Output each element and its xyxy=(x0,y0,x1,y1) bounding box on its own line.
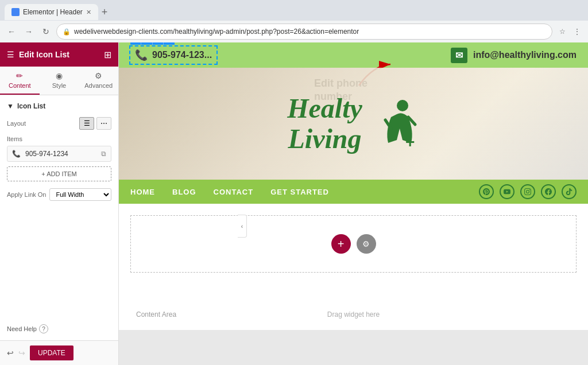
content-tab-icon: ✏ xyxy=(16,71,23,80)
tab-favicon xyxy=(11,8,20,16)
brand-text: Healty Living xyxy=(287,94,362,154)
email-address: info@healthyliving.com xyxy=(473,50,577,60)
tab-advanced[interactable]: ⚙ Advanced xyxy=(79,67,118,95)
apply-link-label: Apply Link On xyxy=(7,191,46,198)
facebook-icon[interactable] xyxy=(541,184,556,199)
phone-item-icon: 📞 xyxy=(12,150,21,158)
content-tab-label: Content xyxy=(9,82,31,89)
nav-get-started[interactable]: GET STARTED xyxy=(270,188,329,196)
need-help-text: Need Help xyxy=(7,325,37,332)
canvas-area: ⠿ ✏ ⧉ ✕ 📞 905-974-123... Edit phone numb… xyxy=(119,42,588,365)
nav-home[interactable]: HOME xyxy=(130,188,155,196)
youtube-icon[interactable] xyxy=(500,184,514,199)
layout-label: Layout xyxy=(7,120,47,127)
add-item-label: + ADD ITEM xyxy=(41,170,76,177)
tab-bar: Elementor | Header ✕ + xyxy=(0,0,588,21)
sidebar: ☰ Edit Icon List ⊞ ✏ Content ◉ Style ⚙ A… xyxy=(0,42,119,365)
site-preview: ⠿ ✏ ⧉ ✕ 📞 905-974-123... Edit phone numb… xyxy=(119,42,588,330)
need-help-section: Need Help ? xyxy=(0,317,118,340)
extensions-button[interactable]: ⋮ xyxy=(571,25,583,38)
content-area-label: Content Area xyxy=(136,310,176,319)
nav-contact[interactable]: CONTACT xyxy=(214,188,254,196)
icon-list-section: ▼ Icon List xyxy=(7,102,111,110)
section-collapse-arrow[interactable]: ▼ xyxy=(7,102,14,110)
phone-item-row[interactable]: 📞 905-974-1234 ⧉ xyxy=(7,146,111,162)
style-tab-label: Style xyxy=(52,82,66,89)
hero-content: Healty Living + xyxy=(287,94,420,154)
email-icon-box: ✉ xyxy=(451,48,467,63)
phone-widget-icon: 📞 xyxy=(135,49,148,61)
sidebar-bottom: ↩ ↪ UPDATE xyxy=(0,340,118,365)
address-bar-row: ← → ↻ 🔒 wedeliverwebdesign-clients.com/h… xyxy=(0,21,588,42)
back-button[interactable]: ← xyxy=(5,25,18,38)
forward-button[interactable]: → xyxy=(22,25,36,38)
grid-icon[interactable]: ⊞ xyxy=(104,49,111,60)
instagram-icon[interactable] xyxy=(520,184,535,199)
tiktok-icon[interactable] xyxy=(562,184,577,199)
content-area: + ⚙ Drag widget here Content Area xyxy=(119,215,588,330)
drop-zone: + ⚙ Drag widget here xyxy=(130,215,577,273)
brand-line1: Healty xyxy=(287,93,362,123)
nav-social-icons xyxy=(479,184,577,199)
sidebar-content: ▼ Icon List Layout ☰ ⋯ Items 📞 905-974-1… xyxy=(0,95,118,317)
widget-edit-button[interactable]: ✏ xyxy=(141,42,153,45)
brand-logo: Healty Living xyxy=(287,94,362,154)
copy-item-button[interactable]: ⧉ xyxy=(101,150,106,158)
add-item-button[interactable]: + ADD ITEM xyxy=(7,166,111,181)
sidebar-header: ☰ Edit Icon List ⊞ xyxy=(0,42,118,67)
help-icon[interactable]: ? xyxy=(39,324,48,333)
browser-actions: ☆ ⋮ xyxy=(556,25,583,38)
apply-link-select[interactable]: Full Width xyxy=(49,188,111,201)
sidebar-collapse-toggle[interactable]: ‹ xyxy=(238,215,247,238)
layout-buttons: ☰ ⋯ xyxy=(79,117,111,130)
url-text: wedeliverwebdesign-clients.com/healthyli… xyxy=(74,28,546,36)
tab-close-button[interactable]: ✕ xyxy=(86,9,91,16)
browser-tab[interactable]: Elementor | Header ✕ xyxy=(5,4,98,20)
phone-item-text: 905-974-1234 xyxy=(25,150,96,158)
email-section: ✉ info@healthyliving.com xyxy=(451,48,577,63)
email-icon: ✉ xyxy=(455,51,463,60)
drop-settings-button[interactable]: ⚙ xyxy=(357,234,376,254)
advanced-tab-label: Advanced xyxy=(84,82,113,89)
tab-content[interactable]: ✏ Content xyxy=(0,67,40,95)
brand-icon-container: + xyxy=(374,97,420,151)
history-forward-icon[interactable]: ↪ xyxy=(18,348,25,358)
browser-chrome: Elementor | Header ✕ + ← → ↻ 🔒 wedeliver… xyxy=(0,0,588,42)
layout-list-button[interactable]: ☰ xyxy=(79,117,94,130)
brand-figure-icon: + xyxy=(374,97,420,149)
svg-point-1 xyxy=(397,100,408,111)
phone-widget[interactable]: 📞 905-974-123... xyxy=(130,46,216,64)
hamburger-icon: ☰ xyxy=(7,50,14,59)
pinterest-icon[interactable] xyxy=(479,184,494,199)
phone-widget-wrapper[interactable]: ⠿ ✏ ⧉ ✕ 📞 905-974-123... xyxy=(130,46,216,64)
tab-style[interactable]: ◉ Style xyxy=(40,67,79,95)
items-label: Items xyxy=(7,135,111,142)
widget-duplicate-button[interactable]: ⧉ xyxy=(153,42,164,45)
new-tab-button[interactable]: + xyxy=(102,7,108,17)
phone-widget-number: 905-974-123... xyxy=(152,50,212,60)
site-nav: HOME BLOG CONTACT GET STARTED xyxy=(119,180,588,204)
nav-blog[interactable]: BLOG xyxy=(172,188,196,196)
brand-line2: Living xyxy=(288,123,362,154)
address-bar[interactable]: 🔒 wedeliverwebdesign-clients.com/healthy… xyxy=(56,24,552,40)
tab-title: Elementor | Header xyxy=(23,8,83,16)
lock-icon: 🔒 xyxy=(63,28,71,36)
site-header-top: ⠿ ✏ ⧉ ✕ 📞 905-974-123... Edit phone numb… xyxy=(119,42,588,68)
update-button[interactable]: UPDATE xyxy=(30,345,74,360)
widget-move-handle[interactable]: ⠿ xyxy=(130,42,141,45)
layout-inline-button[interactable]: ⋯ xyxy=(96,117,111,130)
sidebar-tabs: ✏ Content ◉ Style ⚙ Advanced xyxy=(0,67,118,95)
widget-controls: ⠿ ✏ ⧉ ✕ xyxy=(130,42,175,45)
reload-button[interactable]: ↻ xyxy=(39,25,53,38)
svg-text:+: + xyxy=(405,133,415,149)
bookmark-button[interactable]: ☆ xyxy=(556,25,568,38)
widget-delete-button[interactable]: ✕ xyxy=(164,42,175,45)
main-layout: ☰ Edit Icon List ⊞ ✏ Content ◉ Style ⚙ A… xyxy=(0,42,588,365)
layout-row: Layout ☰ ⋯ xyxy=(7,117,111,130)
section-title-text: Icon List xyxy=(17,102,45,110)
style-tab-icon: ◉ xyxy=(56,71,63,80)
advanced-tab-icon: ⚙ xyxy=(95,71,102,80)
drop-add-button[interactable]: + xyxy=(331,234,351,254)
apply-link-row: Apply Link On Full Width xyxy=(7,188,111,201)
history-back-icon[interactable]: ↩ xyxy=(7,348,14,358)
